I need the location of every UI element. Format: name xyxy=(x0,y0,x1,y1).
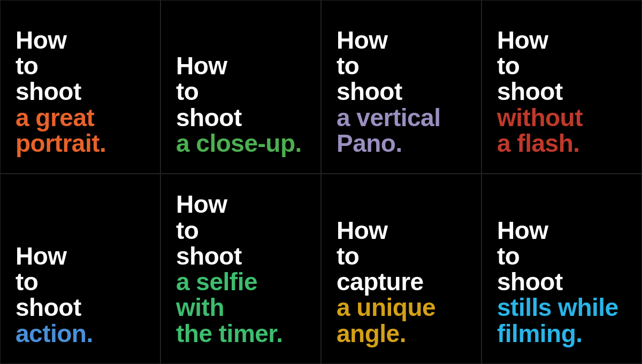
cell-selfie[interactable]: Howtoshoota selfie withthe timer. xyxy=(160,174,321,364)
cell-selfie-text: Howtoshoota selfie withthe timer. xyxy=(176,191,305,346)
cell-closeup-prefix: Howtoshoot xyxy=(176,52,242,131)
cell-stills[interactable]: Howtoshootstills whilefilming. xyxy=(482,174,642,364)
cell-selfie-prefix: Howtoshoot xyxy=(176,190,242,270)
cell-angle-text: Howtocapturea uniqueangle. xyxy=(337,218,435,346)
cell-action-text: Howtoshootaction. xyxy=(16,243,93,346)
cell-closeup-text: Howtoshoota close-up. xyxy=(176,53,302,156)
cell-flash[interactable]: Howtoshootwithouta flash. xyxy=(482,0,642,174)
cell-pano-text: Howtoshoota verticalPano. xyxy=(337,27,440,156)
cell-pano[interactable]: Howtoshoota verticalPano. xyxy=(321,0,482,174)
cell-stills-text: Howtoshootstills whilefilming. xyxy=(497,218,618,346)
cell-portrait-text: Howtoshoota greatportrait. xyxy=(16,27,106,156)
cell-flash-highlight: withouta flash. xyxy=(497,104,583,157)
main-grid: Howtoshoota greatportrait. Howtoshoota c… xyxy=(0,0,642,364)
cell-closeup[interactable]: Howtoshoota close-up. xyxy=(160,0,321,174)
cell-pano-prefix: Howtoshoot xyxy=(337,26,402,106)
cell-angle[interactable]: Howtocapturea uniqueangle. xyxy=(321,174,482,364)
cell-angle-highlight: a uniqueangle. xyxy=(337,293,435,347)
cell-portrait-highlight: a greatportrait. xyxy=(16,104,106,157)
cell-closeup-highlight: a close-up. xyxy=(176,129,302,157)
cell-stills-prefix: Howtoshoot xyxy=(497,216,563,296)
cell-flash-text: Howtoshootwithouta flash. xyxy=(497,27,583,156)
cell-action-prefix: Howtoshoot xyxy=(16,242,81,322)
cell-portrait-prefix: Howtoshoot xyxy=(16,26,81,106)
cell-angle-prefix: Howtocapture xyxy=(337,216,424,296)
cell-selfie-highlight: a selfie withthe timer. xyxy=(176,268,283,347)
cell-flash-prefix: Howtoshoot xyxy=(497,26,563,106)
cell-portrait[interactable]: Howtoshoota greatportrait. xyxy=(0,0,160,174)
cell-action[interactable]: Howtoshootaction. xyxy=(0,174,160,364)
cell-action-highlight: action. xyxy=(16,320,93,347)
cell-pano-highlight: a verticalPano. xyxy=(337,104,440,157)
cell-stills-highlight: stills whilefilming. xyxy=(497,293,618,347)
